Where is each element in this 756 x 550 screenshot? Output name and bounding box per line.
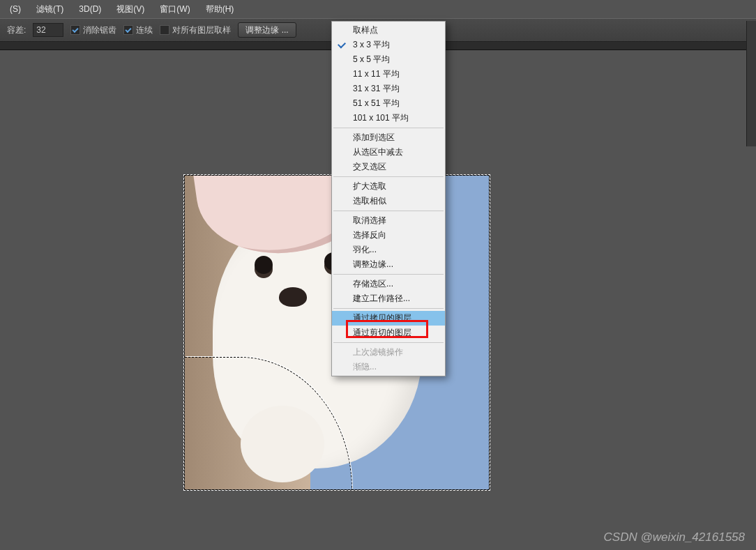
context-menu-item[interactable]: 51 x 51 平均 xyxy=(332,96,445,111)
context-menu-item[interactable]: 11 x 11 平均 xyxy=(332,67,445,82)
context-menu-item[interactable]: 选取相似 xyxy=(332,194,445,208)
context-menu-separator xyxy=(333,342,444,343)
context-menu-item[interactable]: 3 x 3 平均 xyxy=(332,38,445,52)
tolerance-input[interactable] xyxy=(33,23,63,37)
context-menu-item[interactable]: 调整边缘... xyxy=(332,257,445,272)
watermark-text: CSDN @weixin_42161558 xyxy=(604,530,745,544)
context-menu-item: 渐隐... xyxy=(332,360,445,374)
context-menu-item[interactable]: 从选区中减去 xyxy=(332,145,445,160)
context-menu-separator xyxy=(333,274,444,275)
context-menu-separator xyxy=(333,211,444,211)
menu-item-3d[interactable]: 3D(D) xyxy=(72,2,108,16)
context-menu-item[interactable]: 101 x 101 平均 xyxy=(332,111,445,125)
context-menu-item[interactable]: 羽化... xyxy=(332,243,445,257)
all-layers-label: 对所有图层取样 xyxy=(172,24,231,36)
context-menu-item[interactable]: 添加到选区 xyxy=(332,130,445,145)
menu-item-s[interactable]: (S) xyxy=(3,2,28,16)
context-menu-separator xyxy=(333,128,444,128)
antialias-checkbox[interactable]: 消除锯齿 xyxy=(70,24,116,36)
context-menu-item[interactable]: 5 x 5 平均 xyxy=(332,52,445,67)
menu-item-window[interactable]: 窗口(W) xyxy=(153,1,197,17)
context-menu-item[interactable]: 存储选区... xyxy=(332,277,445,291)
context-menu-separator xyxy=(333,308,444,309)
context-menu-item[interactable]: 通过拷贝的图层 xyxy=(332,311,445,326)
context-menu-item[interactable]: 选择反向 xyxy=(332,228,445,243)
antialias-label: 消除锯齿 xyxy=(83,24,116,36)
context-menu-item[interactable]: 交叉选区 xyxy=(332,160,445,174)
menubar: (S) 滤镜(T) 3D(D) 视图(V) 窗口(W) 帮助(H) xyxy=(0,0,756,18)
adjust-edges-button[interactable]: 调整边缘 ... xyxy=(238,22,296,38)
context-menu-item[interactable]: 取消选择 xyxy=(332,213,445,228)
context-menu-item[interactable]: 取样点 xyxy=(332,23,445,38)
menu-item-filter[interactable]: 滤镜(T) xyxy=(29,1,70,17)
contiguous-label: 连续 xyxy=(136,24,153,36)
checkbox-icon xyxy=(123,25,133,35)
context-menu-item[interactable]: 通过剪切的图层 xyxy=(332,326,445,340)
menu-item-help[interactable]: 帮助(H) xyxy=(199,1,241,17)
menu-item-view[interactable]: 视图(V) xyxy=(109,1,151,17)
context-menu-item[interactable]: 31 x 31 平均 xyxy=(332,82,445,96)
collapsed-panel[interactable] xyxy=(746,21,756,146)
all-layers-checkbox[interactable]: 对所有图层取样 xyxy=(160,24,231,36)
context-menu-item: 上次滤镜操作 xyxy=(332,345,445,360)
contiguous-checkbox[interactable]: 连续 xyxy=(123,24,153,36)
context-menu-separator xyxy=(333,176,444,177)
checkbox-icon xyxy=(70,25,80,35)
context-menu-item[interactable]: 建立工作路径... xyxy=(332,291,445,306)
context-menu-item[interactable]: 扩大选取 xyxy=(332,179,445,194)
context-menu: 取样点3 x 3 平均5 x 5 平均11 x 11 平均31 x 31 平均5… xyxy=(331,21,446,376)
tolerance-label: 容差: xyxy=(7,24,26,36)
checkbox-icon xyxy=(160,25,169,35)
